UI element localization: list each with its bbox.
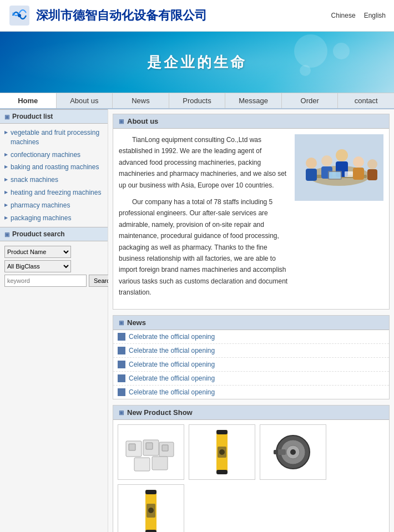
- product-item-6[interactable]: packaging machines: [0, 212, 108, 225]
- svg-rect-25: [152, 457, 168, 470]
- nav-item-news[interactable]: News: [113, 93, 169, 108]
- news-list: Celebrate the official opening Celebrate…: [113, 330, 389, 399]
- svg-rect-28: [216, 470, 228, 474]
- product-card-0[interactable]: [118, 424, 184, 480]
- news-bullet-icon: [118, 388, 125, 396]
- product-item-1[interactable]: confectionary machines: [0, 149, 108, 161]
- nav-item-contact[interactable]: contact: [338, 93, 394, 108]
- svg-rect-21: [146, 443, 153, 449]
- product-image-0: [123, 430, 179, 474]
- about-section-header: About us: [113, 114, 389, 129]
- header: 深圳市德智自动化设备有限公司 Chinese English: [0, 0, 394, 32]
- sidebar: Prouduct list vegetable and fruit proces…: [0, 109, 108, 532]
- svg-rect-16: [329, 172, 341, 179]
- banner-text: 是企业的生命: [147, 53, 247, 72]
- banner: 是企业的生命: [0, 32, 394, 93]
- svg-point-7: [321, 155, 332, 166]
- logo-area: 深圳市德智自动化设备有限公司: [8, 4, 207, 27]
- product-show-section: New Product Show: [113, 405, 390, 532]
- news-section-header: News: [113, 316, 389, 330]
- search-row: Search: [4, 275, 103, 287]
- product-image-1: [205, 427, 239, 477]
- nav-item-order[interactable]: Order: [282, 93, 339, 108]
- product-card-2[interactable]: [260, 424, 326, 480]
- news-item-3[interactable]: Celebrate the official opening: [113, 372, 389, 386]
- meeting-svg: [295, 134, 383, 201]
- svg-rect-12: [353, 168, 364, 180]
- svg-rect-19: [129, 444, 135, 450]
- content: About us TianLong equipment consulting C…: [108, 109, 394, 532]
- product-card-1[interactable]: [189, 424, 255, 480]
- nav-item-home[interactable]: Home: [0, 93, 57, 108]
- news-item-label-2: Celebrate the official opening: [129, 361, 215, 368]
- product-item-4[interactable]: heating and freezing machines: [0, 186, 108, 199]
- news-section: News Celebrate the official opening Cele…: [113, 315, 390, 399]
- about-paragraph-2: Our company has a total of 78 staffs inc…: [119, 196, 289, 298]
- svg-rect-27: [216, 430, 228, 434]
- product-image-3: [134, 487, 168, 532]
- svg-rect-14: [367, 169, 377, 180]
- product-card-3[interactable]: [118, 484, 184, 532]
- news-item-1[interactable]: Celebrate the official opening: [113, 344, 389, 358]
- product-item-3[interactable]: snack machines: [0, 174, 108, 186]
- svg-rect-36: [278, 449, 286, 455]
- about-content: TianLong equipment consulting Co.,Ltd wa…: [119, 134, 383, 303]
- svg-rect-23: [162, 445, 168, 451]
- product-show-header: New Product Show: [113, 406, 389, 420]
- svg-rect-17: [345, 171, 353, 177]
- svg-point-34: [290, 449, 296, 455]
- lang-english[interactable]: English: [364, 12, 386, 19]
- product-item-5[interactable]: pharmacy machines: [0, 199, 108, 212]
- search-section: Product Name All BigClass Search: [0, 241, 108, 291]
- news-item-label-0: Celebrate the official opening: [129, 333, 215, 341]
- nav-item-products[interactable]: Products: [169, 93, 226, 108]
- product-item-0[interactable]: vegetable and fruit processing machines: [0, 126, 108, 149]
- svg-point-30: [219, 449, 225, 455]
- logo-icon: [8, 4, 31, 27]
- main: Prouduct list vegetable and fruit proces…: [0, 109, 394, 532]
- svg-point-13: [367, 159, 377, 169]
- about-text: TianLong equipment consulting Co.,Ltd wa…: [119, 134, 289, 303]
- svg-point-1: [18, 14, 21, 17]
- search-select-class[interactable]: All BigClass: [4, 260, 71, 272]
- about-paragraph-1: TianLong equipment consulting Co.,Ltd wa…: [119, 134, 289, 191]
- company-name: 深圳市德智自动化设备有限公司: [36, 7, 207, 24]
- news-item-label-4: Celebrate the official opening: [129, 388, 215, 396]
- nav-item-about[interactable]: About us: [57, 93, 113, 108]
- news-bullet-icon: [118, 374, 125, 382]
- svg-point-41: [148, 508, 154, 513]
- lang-chinese[interactable]: Chinese: [331, 12, 356, 19]
- svg-point-5: [306, 158, 317, 169]
- news-item-4[interactable]: Celebrate the official opening: [113, 386, 389, 399]
- search-select-type[interactable]: Product Name: [4, 246, 71, 258]
- lang-switcher: Chinese English: [331, 12, 386, 19]
- nav: Home About us News Products Message Orde…: [0, 93, 394, 109]
- about-image: [295, 134, 383, 201]
- news-item-label-3: Celebrate the official opening: [129, 374, 215, 382]
- svg-rect-24: [134, 458, 150, 471]
- svg-rect-38: [145, 490, 156, 494]
- svg-rect-39: [145, 530, 156, 532]
- news-item-2[interactable]: Celebrate the official opening: [113, 358, 389, 372]
- news-bullet-icon: [118, 333, 125, 341]
- about-section: About us TianLong equipment consulting C…: [113, 114, 390, 310]
- product-list: vegetable and fruit processing machines …: [0, 124, 108, 227]
- svg-rect-6: [306, 169, 317, 181]
- product-list-header: Prouduct list: [0, 109, 108, 124]
- product-search-header: Prouduct search: [0, 227, 108, 241]
- news-item-label-1: Celebrate the official opening: [129, 347, 215, 354]
- search-input[interactable]: [4, 275, 87, 287]
- news-item-0[interactable]: Celebrate the official opening: [113, 330, 389, 344]
- product-show-grid: [113, 420, 389, 532]
- news-bullet-icon: [118, 347, 125, 354]
- svg-point-9: [336, 149, 348, 161]
- news-bullet-icon: [118, 361, 125, 368]
- nav-item-message[interactable]: Message: [225, 93, 282, 108]
- product-item-2[interactable]: baking and roasting machines: [0, 161, 108, 174]
- svg-point-11: [353, 156, 364, 168]
- about-section-body: TianLong equipment consulting Co.,Ltd wa…: [113, 129, 389, 309]
- product-image-2: [268, 430, 318, 474]
